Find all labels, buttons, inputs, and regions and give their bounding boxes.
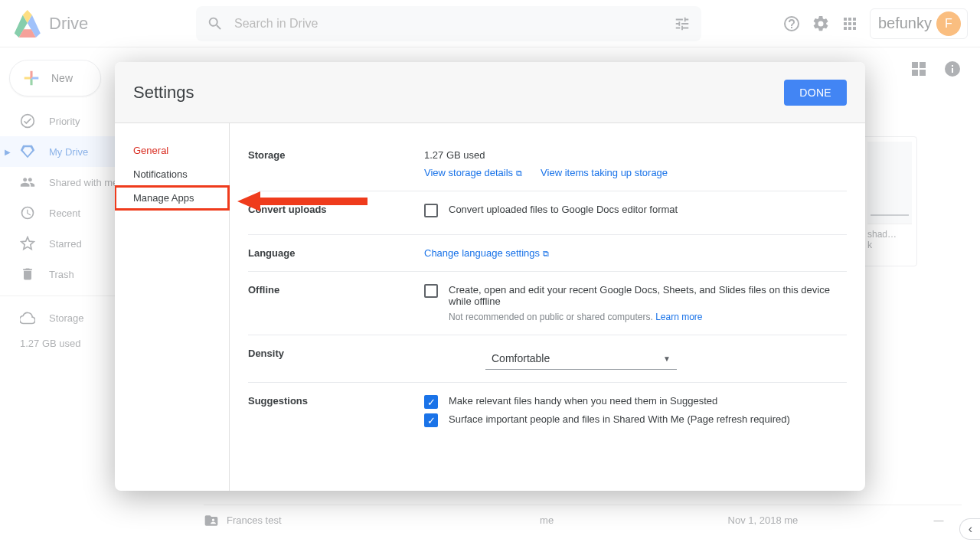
nav-manage-apps[interactable]: Manage Apps [115,186,229,210]
suggestions-text-2: Surface important people and files in Sh… [449,413,790,425]
convert-text: Convert uploaded files to Google Docs ed… [449,204,678,215]
offline-text: Create, open and edit your recent Google… [449,284,847,307]
setting-convert: Convert uploads Convert uploaded files t… [248,191,847,235]
dialog-header: Settings DONE [115,62,865,123]
view-storage-details-link[interactable]: View storage details⧉ [424,167,522,178]
label-offline: Offline [248,284,424,322]
view-items-link[interactable]: View items taking up storage [541,167,668,178]
side-panel-toggle[interactable]: ‹ [959,518,980,540]
dialog-content: Storage 1.27 GB used View storage detail… [230,123,865,491]
label-density: Density [248,348,424,370]
chevron-down-icon: ▼ [663,354,671,363]
suggestions-text-1: Make relevant files handy when you need … [449,395,717,407]
offline-hint: Not recommended on public or shared comp… [449,312,653,322]
suggestions-checkbox-1[interactable]: ✓ [424,395,438,409]
label-storage: Storage [248,149,424,178]
dialog-nav: General Notifications Manage Apps [115,123,230,491]
setting-suggestions: Suggestions ✓ Make relevant files handy … [248,383,847,444]
label-language: Language [248,247,424,259]
label-suggestions: Suggestions [248,395,424,432]
density-dropdown[interactable]: Comfortable ▼ [485,348,677,370]
dialog-title: Settings [133,83,194,103]
setting-offline: Offline Create, open and edit your recen… [248,272,847,335]
external-link-icon: ⧉ [543,249,549,258]
setting-language: Language Change language settings⧉ [248,235,847,272]
suggestions-checkbox-2[interactable]: ✓ [424,413,438,427]
convert-checkbox[interactable] [424,204,438,217]
offline-checkbox[interactable] [424,284,438,298]
learn-more-link[interactable]: Learn more [655,312,702,322]
storage-used: 1.27 GB used [424,149,847,161]
settings-dialog: Settings DONE General Notifications Mana… [115,62,865,491]
external-link-icon: ⧉ [516,168,522,178]
nav-general[interactable]: General [115,139,229,162]
done-button[interactable]: DONE [784,80,847,106]
label-convert: Convert uploads [248,204,424,222]
nav-notifications[interactable]: Notifications [115,162,229,186]
density-value: Comfortable [492,352,550,364]
setting-density: Density Comfortable ▼ [248,335,847,383]
change-language-link[interactable]: Change language settings⧉ [424,247,549,259]
setting-storage: Storage 1.27 GB used View storage detail… [248,137,847,191]
